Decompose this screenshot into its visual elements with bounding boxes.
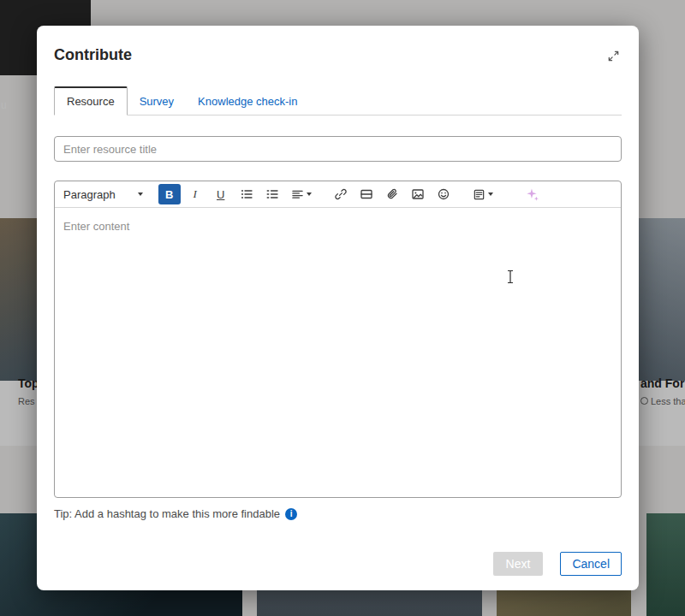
modal-title: Contribute: [54, 46, 132, 64]
tip-row: Tip: Add a hashtag to make this more fin…: [54, 507, 622, 520]
paragraph-style-label: Paragraph: [63, 188, 116, 201]
underline-button[interactable]: U: [210, 184, 232, 204]
bullet-list-button[interactable]: [235, 184, 258, 204]
screen: u Top Res and For Less than Contribute R…: [0, 0, 685, 616]
tab-bar: Resource Survey Knowledge check-in: [54, 86, 622, 116]
italic-button[interactable]: I: [184, 184, 206, 204]
link-button[interactable]: [330, 184, 352, 204]
contribute-modal: Contribute Resource Survey Knowledge che…: [37, 26, 639, 590]
modal-header: Contribute: [54, 46, 622, 67]
expand-icon[interactable]: [605, 48, 622, 67]
chevron-down-icon: [307, 192, 312, 196]
emoji-button[interactable]: [432, 184, 455, 204]
cancel-button[interactable]: Cancel: [560, 552, 622, 576]
rich-text-editor: Paragraph B I U: [54, 181, 622, 498]
align-dropdown-button[interactable]: [287, 184, 316, 204]
editor-content-area[interactable]: Enter content: [55, 208, 621, 497]
info-icon[interactable]: i: [285, 508, 297, 520]
paragraph-style-dropdown[interactable]: Paragraph: [62, 188, 148, 201]
text-cursor: [506, 270, 515, 287]
tip-text: Tip: Add a hashtag to make this more fin…: [54, 507, 280, 520]
chevron-down-icon: [488, 192, 493, 196]
numbered-list-button[interactable]: [261, 184, 283, 204]
ai-sparkle-button[interactable]: [521, 184, 544, 204]
template-dropdown-button[interactable]: [468, 184, 497, 204]
editor-placeholder: Enter content: [63, 220, 129, 233]
next-button[interactable]: Next: [493, 552, 544, 576]
chevron-down-icon: [138, 192, 143, 196]
modal-footer: Next Cancel: [54, 552, 622, 576]
insert-image-button[interactable]: [407, 184, 429, 204]
editor-toolbar: Paragraph B I U: [55, 181, 621, 208]
tab-survey[interactable]: Survey: [128, 88, 186, 115]
horizontal-rule-button[interactable]: [355, 184, 378, 204]
tab-resource[interactable]: Resource: [54, 86, 128, 116]
tab-knowledge-check-in[interactable]: Knowledge check-in: [186, 88, 309, 115]
attachment-button[interactable]: [381, 184, 403, 204]
resource-title-input[interactable]: [54, 136, 622, 162]
bold-button[interactable]: B: [158, 184, 181, 204]
